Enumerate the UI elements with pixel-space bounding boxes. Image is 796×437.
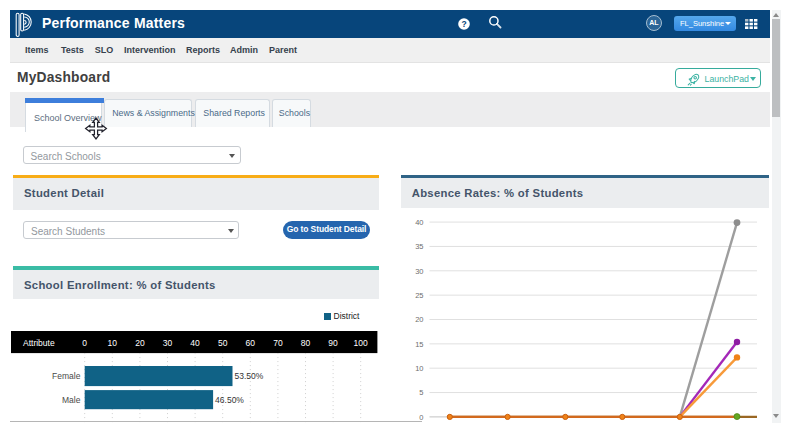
svg-text:40: 40	[415, 218, 423, 227]
svg-text:90: 90	[328, 337, 338, 347]
svg-text:5: 5	[419, 389, 423, 398]
svg-text:10: 10	[415, 364, 423, 373]
svg-text:53.50%: 53.50%	[234, 371, 263, 381]
svg-text:?: ?	[461, 19, 466, 29]
svg-text:20: 20	[415, 316, 423, 325]
svg-text:20: 20	[135, 337, 145, 347]
svg-text:46.50%: 46.50%	[215, 394, 244, 404]
svg-text:Attribute: Attribute	[23, 337, 55, 347]
svg-text:Male: Male	[62, 394, 81, 404]
svg-text:80: 80	[300, 337, 310, 347]
svg-text:Female: Female	[52, 371, 81, 381]
svg-text:40: 40	[190, 337, 200, 347]
svg-text:30: 30	[162, 337, 172, 347]
svg-text:35: 35	[415, 243, 423, 252]
svg-text:60: 60	[245, 337, 255, 347]
svg-text:15: 15	[415, 340, 423, 349]
svg-text:0: 0	[82, 337, 87, 347]
svg-text:50: 50	[218, 337, 228, 347]
svg-text:25: 25	[415, 291, 423, 300]
svg-text:30: 30	[415, 267, 423, 276]
svg-text:100: 100	[353, 337, 367, 347]
svg-text:10: 10	[107, 337, 117, 347]
svg-text:70: 70	[273, 337, 283, 347]
